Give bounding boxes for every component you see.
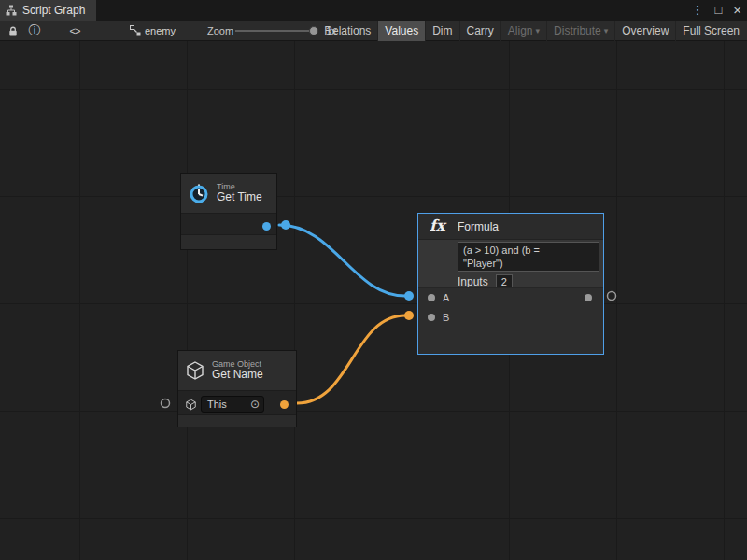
full-screen-button[interactable]: Full Screen	[675, 21, 746, 41]
formula-header[interactable]	[418, 214, 603, 240]
get-time-footer	[181, 234, 276, 249]
port-label: B	[443, 311, 449, 324]
input-b-port[interactable]	[428, 314, 435, 321]
chevron-down-icon: ▾	[536, 21, 541, 41]
close-icon[interactable]: ×	[733, 0, 741, 21]
formula-row-b: B	[418, 311, 603, 324]
inputs-label: Inputs	[458, 275, 488, 288]
maximize-icon[interactable]: □	[714, 0, 722, 21]
code-icon[interactable]: <>	[63, 21, 86, 41]
node-title: Get Time	[217, 191, 262, 204]
chevron-down-icon: ▾	[604, 21, 609, 41]
node-formula[interactable]: fx Formula (a > 10) and (b = "Player") I…	[417, 213, 604, 355]
get-time-header[interactable]: Time Get Time	[181, 174, 276, 214]
target-object-dropdown[interactable]: This ⊙	[201, 396, 264, 413]
input-a-port[interactable]	[428, 294, 435, 301]
graph-breadcrumb-icon	[129, 21, 142, 41]
align-button[interactable]: Align▾	[500, 21, 546, 41]
formula-row-a: A	[418, 291, 603, 304]
get-name-output-port[interactable]	[280, 400, 289, 409]
get-name-footer	[178, 414, 296, 427]
wire-time-to-a[interactable]	[279, 225, 405, 296]
distribute-button[interactable]: Distribute▾	[546, 21, 614, 41]
wire-orange-end-dot[interactable]	[404, 311, 414, 320]
lock-icon[interactable]	[4, 21, 22, 41]
graph-toolbar: ⓘ <> enemy Zoom 1x Relations Values Dim …	[0, 21, 747, 41]
dim-button[interactable]: Dim	[425, 21, 458, 41]
node-title: Formula	[458, 220, 499, 233]
node-get-name[interactable]: Game Object Get Name This ⊙	[177, 350, 297, 427]
zoom-slider[interactable]	[235, 30, 317, 32]
toolbar-buttons: Relations Values Dim Carry Align▾ Distri…	[317, 21, 746, 41]
get-time-titles: Time Get Time	[217, 182, 262, 204]
port-label: A	[443, 291, 449, 304]
values-button[interactable]: Values	[377, 21, 425, 41]
graph-canvas[interactable]: Time Get Time fx Formula (a > 10) and (b…	[0, 41, 747, 560]
formula-output-port[interactable]	[608, 292, 616, 301]
zoom-label: Zoom	[207, 21, 233, 41]
clock-icon	[188, 182, 210, 204]
expression-line-1: (a > 10) and (b =	[463, 244, 594, 257]
expression-line-2: "Player")	[463, 257, 594, 270]
node-get-time[interactable]: Time Get Time	[180, 173, 277, 250]
info-icon[interactable]: ⓘ	[26, 21, 43, 41]
get-name-ports-row: This ⊙	[178, 391, 296, 417]
object-picker-icon[interactable]: ⊙	[250, 399, 260, 410]
formula-expression-field[interactable]: (a > 10) and (b = "Player")	[458, 242, 599, 272]
graph-name[interactable]: enemy	[145, 21, 176, 41]
overview-button[interactable]: Overview	[614, 21, 675, 41]
tab-title: Script Graph	[22, 4, 85, 17]
cube-icon	[185, 399, 197, 411]
tab-script-graph[interactable]: Script Graph	[0, 0, 96, 21]
wire-blue-start-dot[interactable]	[281, 220, 290, 230]
get-name-input-port[interactable]	[162, 399, 170, 408]
script-graph-window: Script Graph ⋮ □ × ⓘ <> enemy Zoom	[0, 0, 747, 560]
wire-blue-end-dot[interactable]	[404, 291, 414, 301]
menu-icon[interactable]: ⋮	[691, 0, 703, 21]
get-name-header[interactable]: Game Object Get Name	[178, 351, 296, 391]
wire-name-to-b[interactable]	[297, 315, 405, 403]
script-graph-icon	[6, 5, 17, 16]
get-time-output-port[interactable]	[262, 222, 271, 231]
title-bar: Script Graph ⋮ □ ×	[0, 0, 747, 21]
relations-button[interactable]: Relations	[317, 21, 377, 41]
carry-button[interactable]: Carry	[459, 21, 500, 41]
window-controls: ⋮ □ ×	[691, 0, 741, 21]
target-value: This	[207, 399, 227, 410]
wire-layer	[0, 41, 747, 560]
node-title: Get Name	[212, 369, 263, 382]
output-result-port[interactable]	[585, 294, 592, 301]
cube-icon	[185, 360, 205, 381]
get-name-titles: Game Object Get Name	[212, 359, 263, 382]
formula-ports-section: A B	[418, 287, 603, 354]
formula-icon: fx	[430, 217, 444, 234]
